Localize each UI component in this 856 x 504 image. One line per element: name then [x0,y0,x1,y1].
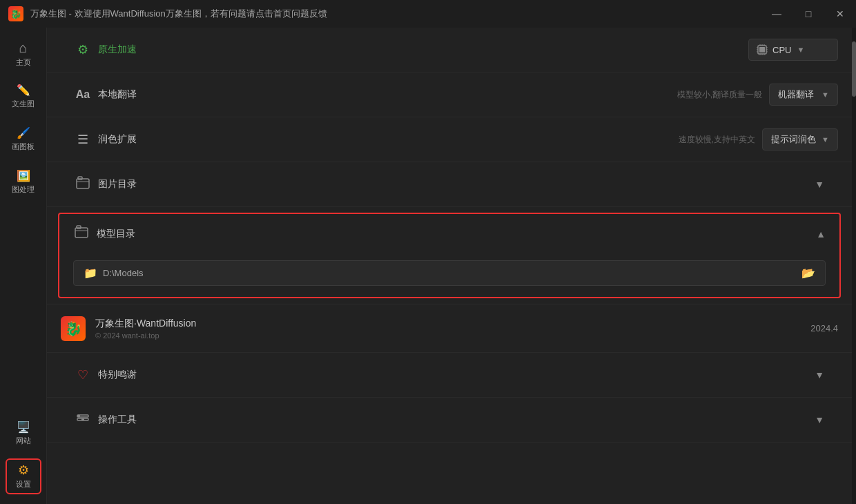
model-dir-highlighted: 模型目录 ▲ 📁 D:\Models 📂 [58,213,841,298]
translate-hint: 模型较小,翻译质量一般 [677,89,762,101]
color-expand-title: 润色扩展 [98,133,137,146]
tools-header: 操作工具 ▼ [61,398,838,442]
color-expand-section: ☰ 润色扩展 速度较慢,支持中英文 提示词润色 ▼ [47,117,852,162]
model-path-box: 📁 D:\Models 📂 [73,260,826,286]
home-icon: ⌂ [19,41,27,55]
translate-dropdown[interactable]: 机器翻译 ▼ [769,84,838,106]
sidebar-label-imgprocess: 图处理 [12,184,35,195]
folder-icon: 📁 [84,266,97,280]
sidebar-item-text2img[interactable]: ✏️ 文生图 [3,76,44,117]
translate-dropdown-value: 机器翻译 [778,88,814,101]
model-path-row: 📁 D:\Models 📂 [59,253,839,297]
tools-icon [75,411,91,429]
minimize-button[interactable]: — [761,0,792,28]
sidebar-label-home: 主页 [16,57,31,68]
image-dir-icon [75,176,91,193]
model-dir-title: 模型目录 [97,228,135,240]
color-expand-dropdown[interactable]: 提示词润色 ▼ [762,128,838,151]
app-info-row: 🐉 万象生图·WantDiffusion © 2024 want-ai.top … [47,304,852,353]
tools-expand-icon[interactable]: ▼ [815,414,824,425]
native-accel-title[interactable]: 原生加速 [98,43,137,56]
sidebar-item-imgprocess[interactable]: 🖼️ 图处理 [3,162,44,203]
sidebar-item-settings[interactable]: ⚙ 设置 [3,456,44,497]
model-dir-collapse-icon[interactable]: ▲ [816,229,826,240]
sidebar-label-website: 网站 [16,436,31,446]
scrollbar-track[interactable] [852,28,856,504]
image-dir-title: 图片目录 [98,178,137,191]
native-accel-right: CPU ▼ [748,39,838,61]
svg-rect-19 [77,415,80,417]
model-dir-icon [73,225,90,242]
canvas-icon: 🖌️ [17,128,30,139]
translate-right: 模型较小,翻译质量一般 机器翻译 ▼ [677,84,838,106]
model-path-value: D:\Models [103,268,144,278]
native-accel-header: ⚙ 原生加速 [61,28,748,72]
translate-title: 本地翻译 [98,88,137,101]
sidebar-item-home[interactable]: ⌂ 主页 [3,33,44,75]
thanks-header: ♡ 特别鸣谢 ▼ [61,353,838,397]
app-info-text: 万象生图·WantDiffusion © 2024 want-ai.top [95,318,196,340]
maximize-button[interactable]: □ [792,0,824,28]
svg-rect-21 [81,418,84,420]
cpu-chevron-icon: ▼ [797,46,804,54]
tools-title: 操作工具 [98,414,137,426]
model-dir-header: 模型目录 ▲ [59,214,839,253]
native-accel-icon: ⚙ [75,42,91,57]
imgprocess-icon: 🖼️ [17,171,30,182]
settings-highlight: ⚙ 设置 [6,458,41,494]
image-dir-header: 图片目录 ▼ [61,162,838,206]
sidebar-label-settings: 设置 [16,479,31,490]
thanks-expand-icon[interactable]: ▼ [815,369,824,380]
sidebar-label-canvas: 画图板 [12,142,35,152]
color-expand-right: 速度较慢,支持中英文 提示词润色 ▼ [679,128,838,151]
svg-rect-1 [759,47,765,52]
cpu-dropdown[interactable]: CPU ▼ [748,39,838,61]
local-translate-header: Aa 本地翻译 [61,72,677,117]
titlebar: 🐉 万象生图 - 欢迎使用WantDiffusion万象生图，若有问题请点击首页… [0,0,856,28]
svg-rect-14 [77,179,89,188]
translate-icon: Aa [75,88,91,101]
color-expand-hint: 速度较慢,支持中英文 [679,134,755,146]
titlebar-title: 万象生图 - 欢迎使用WantDiffusion万象生图，若有问题请点击首页问题… [30,8,327,20]
app-name: 万象生图·WantDiffusion [95,318,196,330]
image-dir-section: 图片目录 ▼ [47,162,852,207]
app-logo-small: 🐉 [8,6,23,21]
translate-chevron-icon: ▼ [821,90,829,99]
website-icon: 🖥️ [17,422,30,433]
cpu-icon [756,43,768,56]
native-accel-section: ⚙ 原生加速 [47,28,852,72]
settings-icon: ⚙ [18,464,29,476]
sidebar-bottom: 🖥️ 网站 ⚙ 设置 [0,413,46,504]
svg-rect-16 [75,228,88,238]
scrollbar-thumb[interactable] [852,41,856,97]
svg-rect-15 [78,177,82,180]
local-translate-section: Aa 本地翻译 模型较小,翻译质量一般 机器翻译 ▼ [47,72,852,117]
model-dir-section: 模型目录 ▲ 📁 D:\Models 📂 [47,207,852,304]
thanks-icon: ♡ [75,367,91,382]
svg-rect-17 [77,226,81,229]
main-layout: ⌂ 主页 ✏️ 文生图 🖌️ 画图板 🖼️ 图处理 🖥️ 网站 ⚙ 设置 [0,28,856,504]
sidebar-item-canvas[interactable]: 🖌️ 画图板 [3,119,44,160]
color-expand-chevron-icon: ▼ [821,135,829,144]
color-expand-dropdown-value: 提示词润色 [771,133,816,146]
close-button[interactable]: ✕ [824,0,856,28]
sidebar-label-text2img: 文生图 [12,99,35,109]
cpu-dropdown-value: CPU [772,45,791,55]
text2img-icon: ✏️ [17,85,30,96]
sidebar-item-website[interactable]: 🖥️ 网站 [3,413,44,454]
app-logo: 🐉 [61,316,86,341]
thanks-title: 特别鸣谢 [98,369,137,381]
window-controls: — □ ✕ [761,0,856,28]
thanks-section: ♡ 特别鸣谢 ▼ [47,353,852,398]
color-expand-header: ☰ 润色扩展 [61,117,679,162]
color-expand-icon: ☰ [75,132,91,147]
content-area: ⚙ 原生加速 [47,28,852,504]
sidebar: ⌂ 主页 ✏️ 文生图 🖌️ 画图板 🖼️ 图处理 🖥️ 网站 ⚙ 设置 [0,28,47,504]
app-version: 2024.4 [810,323,838,333]
app-copyright: © 2024 want-ai.top [95,331,196,340]
image-dir-expand-icon[interactable]: ▼ [815,179,824,190]
folder-browse-icon[interactable]: 📂 [801,266,815,280]
tools-section: 操作工具 ▼ [47,398,852,443]
